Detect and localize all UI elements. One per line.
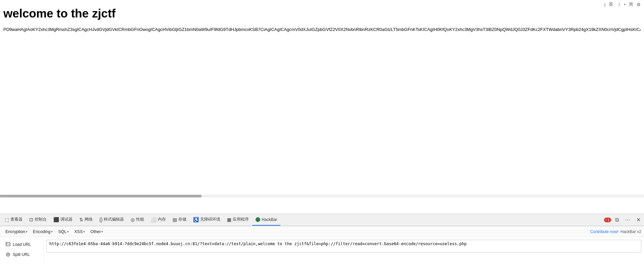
simplified-btn[interactable]: 简 bbox=[629, 1, 633, 7]
page-content: welcome to the zjctf PD9waHAgIAoKY2xhc3M… bbox=[0, 0, 644, 165]
settings-icon[interactable]: ⚙ bbox=[637, 2, 641, 7]
browser-top-divider: | bbox=[604, 2, 605, 7]
language-btn[interactable]: 英 bbox=[609, 1, 613, 7]
dot-icon: • bbox=[624, 2, 626, 7]
browser-top-bar: | 英 ☽ • 简 ⚙ bbox=[601, 0, 644, 9]
encoded-text: PD9waHAgIAoKY2xhc3MgRmxhZ3sgICAgcHJvdGVj… bbox=[3, 27, 641, 32]
page-title: welcome to the zjctf bbox=[3, 7, 641, 20]
moon-icon[interactable]: ☽ bbox=[616, 2, 620, 7]
